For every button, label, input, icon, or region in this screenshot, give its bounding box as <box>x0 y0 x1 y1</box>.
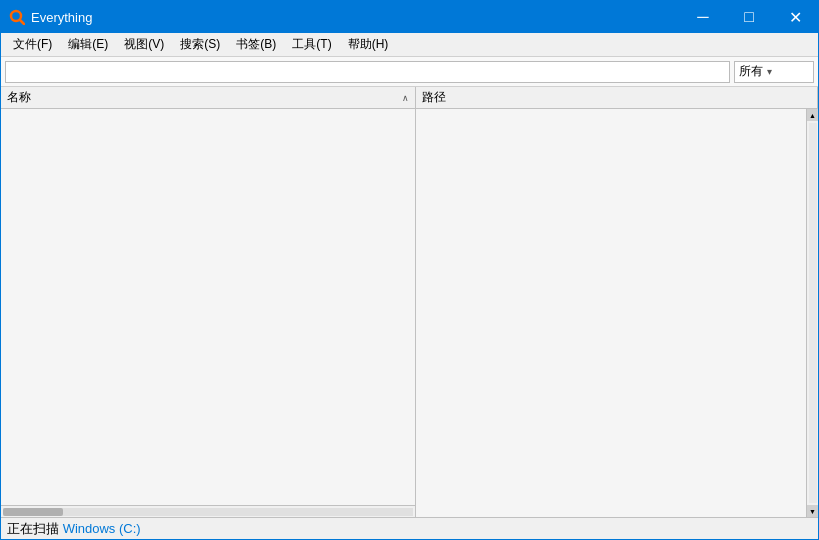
menu-bar: 文件(F) 编辑(E) 视图(V) 搜索(S) 书签(B) 工具(T) 帮助(H… <box>1 33 818 57</box>
chevron-down-icon: ▾ <box>767 66 772 77</box>
filter-dropdown-label: 所有 <box>739 63 763 80</box>
status-scanning: Windows (C:) <box>63 521 141 536</box>
menu-file[interactable]: 文件(F) <box>5 34 60 55</box>
status-static: 正在扫描 <box>7 521 59 536</box>
status-text: 正在扫描 Windows (C:) <box>7 520 141 538</box>
menu-tools[interactable]: 工具(T) <box>284 34 339 55</box>
filter-dropdown[interactable]: 所有 ▾ <box>734 61 814 83</box>
menu-edit[interactable]: 编辑(E) <box>60 34 116 55</box>
app-title: Everything <box>31 10 92 25</box>
close-button[interactable]: ✕ <box>772 1 818 33</box>
search-input[interactable] <box>5 61 730 83</box>
menu-view[interactable]: 视图(V) <box>116 34 172 55</box>
minimize-button[interactable]: ─ <box>680 1 726 33</box>
scrollbar-track <box>3 508 413 516</box>
svg-line-1 <box>20 20 24 24</box>
menu-bookmarks[interactable]: 书签(B) <box>228 34 284 55</box>
content-area: ▲ ▼ <box>1 109 818 517</box>
horizontal-scrollbar[interactable] <box>1 505 415 517</box>
search-bar: 所有 ▾ <box>1 57 818 87</box>
scroll-down-btn[interactable]: ▼ <box>807 505 819 517</box>
title-bar-left: Everything <box>9 9 92 25</box>
title-bar: Everything ─ □ ✕ <box>1 1 818 33</box>
status-bar: 正在扫描 Windows (C:) <box>1 517 818 539</box>
col-header-path[interactable]: 路径 <box>416 87 818 108</box>
menu-search[interactable]: 搜索(S) <box>172 34 228 55</box>
col-name-label: 名称 <box>7 89 31 106</box>
maximize-button[interactable]: □ <box>726 1 772 33</box>
sort-arrow-icon: ∧ <box>402 93 409 103</box>
vertical-scrollbar[interactable]: ▲ ▼ <box>806 109 818 517</box>
menu-help[interactable]: 帮助(H) <box>340 34 397 55</box>
column-headers: 名称 ∧ 路径 <box>1 87 818 109</box>
title-bar-controls: ─ □ ✕ <box>680 1 818 33</box>
app-icon <box>9 9 25 25</box>
scroll-track <box>809 123 817 503</box>
scrollbar-thumb <box>3 508 63 516</box>
file-list-pane <box>1 109 416 517</box>
path-pane <box>416 109 818 517</box>
col-path-label: 路径 <box>422 89 446 106</box>
scroll-up-btn[interactable]: ▲ <box>807 109 819 121</box>
main-window: Everything ─ □ ✕ 文件(F) 编辑(E) 视图(V) 搜索(S)… <box>0 0 819 540</box>
col-header-name[interactable]: 名称 ∧ <box>1 87 416 108</box>
